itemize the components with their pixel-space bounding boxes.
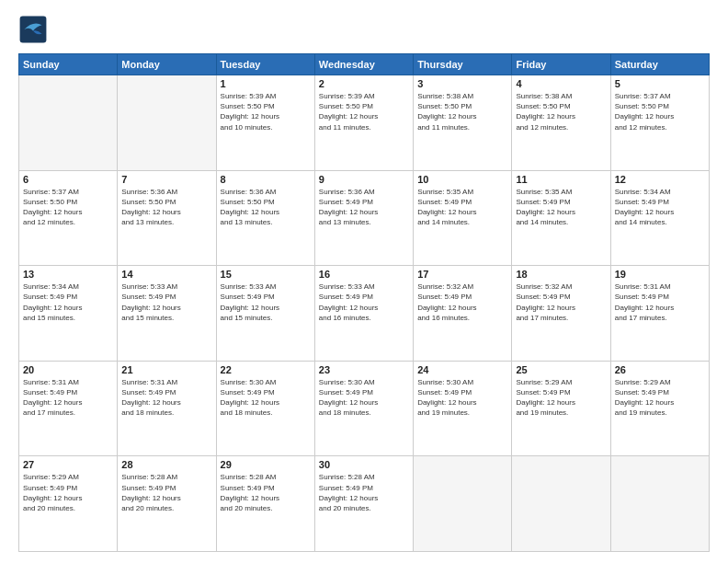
- weekday-header-monday: Monday: [118, 54, 216, 75]
- day-number: 5: [615, 78, 705, 89]
- day-number: 13: [23, 269, 113, 280]
- calendar-cell: 24Sunrise: 5:30 AM Sunset: 5:49 PM Dayli…: [414, 361, 512, 456]
- day-number: 4: [516, 78, 606, 89]
- weekday-header-thursday: Thursday: [414, 54, 512, 75]
- day-number: 21: [121, 364, 211, 375]
- day-info: Sunrise: 5:38 AM Sunset: 5:50 PM Dayligh…: [516, 91, 606, 132]
- day-info: Sunrise: 5:38 AM Sunset: 5:50 PM Dayligh…: [417, 91, 507, 132]
- calendar-cell: 7Sunrise: 5:36 AM Sunset: 5:50 PM Daylig…: [118, 170, 216, 266]
- day-info: Sunrise: 5:33 AM Sunset: 5:49 PM Dayligh…: [121, 282, 211, 323]
- day-number: 12: [615, 174, 705, 185]
- calendar-cell: 18Sunrise: 5:32 AM Sunset: 5:49 PM Dayli…: [512, 266, 610, 362]
- day-number: 22: [221, 364, 311, 375]
- day-number: 9: [319, 174, 409, 185]
- calendar-cell: 26Sunrise: 5:29 AM Sunset: 5:49 PM Dayli…: [610, 361, 709, 456]
- day-number: 15: [221, 269, 311, 280]
- day-info: Sunrise: 5:28 AM Sunset: 5:49 PM Dayligh…: [121, 472, 211, 513]
- calendar-cell: 2Sunrise: 5:39 AM Sunset: 5:50 PM Daylig…: [314, 75, 413, 171]
- day-number: 20: [23, 364, 113, 375]
- day-info: Sunrise: 5:34 AM Sunset: 5:49 PM Dayligh…: [615, 187, 705, 228]
- day-info: Sunrise: 5:28 AM Sunset: 5:49 PM Dayligh…: [221, 472, 311, 513]
- calendar-table: SundayMondayTuesdayWednesdayThursdayFrid…: [18, 53, 710, 552]
- weekday-header-wednesday: Wednesday: [314, 54, 413, 75]
- day-number: 6: [23, 174, 113, 185]
- day-number: 8: [221, 174, 311, 185]
- day-number: 16: [319, 269, 409, 280]
- calendar-cell: 25Sunrise: 5:29 AM Sunset: 5:49 PM Dayli…: [512, 361, 610, 456]
- page: SundayMondayTuesdayWednesdayThursdayFrid…: [0, 0, 728, 563]
- calendar-cell: [118, 75, 216, 171]
- day-info: Sunrise: 5:30 AM Sunset: 5:49 PM Dayligh…: [319, 377, 409, 419]
- day-info: Sunrise: 5:37 AM Sunset: 5:50 PM Dayligh…: [615, 91, 705, 132]
- calendar-header-row: SundayMondayTuesdayWednesdayThursdayFrid…: [19, 54, 710, 75]
- day-number: 24: [417, 364, 507, 375]
- calendar-cell: [19, 75, 118, 171]
- day-number: 11: [516, 174, 606, 185]
- day-info: Sunrise: 5:29 AM Sunset: 5:49 PM Dayligh…: [23, 472, 113, 513]
- day-number: 23: [319, 364, 409, 375]
- day-info: Sunrise: 5:37 AM Sunset: 5:50 PM Dayligh…: [23, 187, 113, 228]
- day-info: Sunrise: 5:36 AM Sunset: 5:49 PM Dayligh…: [319, 187, 409, 228]
- calendar-cell: 19Sunrise: 5:31 AM Sunset: 5:49 PM Dayli…: [610, 266, 709, 362]
- day-info: Sunrise: 5:35 AM Sunset: 5:49 PM Dayligh…: [417, 187, 507, 228]
- day-info: Sunrise: 5:33 AM Sunset: 5:49 PM Dayligh…: [221, 282, 311, 323]
- logo: [18, 15, 51, 44]
- weekday-header-tuesday: Tuesday: [216, 54, 314, 75]
- day-info: Sunrise: 5:31 AM Sunset: 5:49 PM Dayligh…: [121, 377, 211, 419]
- day-number: 1: [221, 78, 311, 89]
- calendar-cell: 5Sunrise: 5:37 AM Sunset: 5:50 PM Daylig…: [610, 75, 709, 171]
- day-number: 30: [319, 459, 409, 470]
- calendar-cell: 10Sunrise: 5:35 AM Sunset: 5:49 PM Dayli…: [414, 170, 512, 266]
- weekday-header-saturday: Saturday: [610, 54, 709, 75]
- day-info: Sunrise: 5:32 AM Sunset: 5:49 PM Dayligh…: [417, 282, 507, 323]
- logo-icon: [18, 15, 48, 44]
- day-info: Sunrise: 5:32 AM Sunset: 5:49 PM Dayligh…: [516, 282, 606, 323]
- calendar-cell: 21Sunrise: 5:31 AM Sunset: 5:49 PM Dayli…: [118, 361, 216, 456]
- calendar-cell: 6Sunrise: 5:37 AM Sunset: 5:50 PM Daylig…: [19, 170, 118, 266]
- day-info: Sunrise: 5:29 AM Sunset: 5:49 PM Dayligh…: [516, 377, 606, 419]
- calendar-week-row: 13Sunrise: 5:34 AM Sunset: 5:49 PM Dayli…: [19, 266, 710, 362]
- calendar-week-row: 20Sunrise: 5:31 AM Sunset: 5:49 PM Dayli…: [19, 361, 710, 456]
- day-number: 17: [417, 269, 507, 280]
- day-info: Sunrise: 5:36 AM Sunset: 5:50 PM Dayligh…: [221, 187, 311, 228]
- day-info: Sunrise: 5:33 AM Sunset: 5:49 PM Dayligh…: [319, 282, 409, 323]
- calendar-cell: 20Sunrise: 5:31 AM Sunset: 5:49 PM Dayli…: [19, 361, 118, 456]
- calendar-cell: 22Sunrise: 5:30 AM Sunset: 5:49 PM Dayli…: [216, 361, 314, 456]
- calendar-cell: 15Sunrise: 5:33 AM Sunset: 5:49 PM Dayli…: [216, 266, 314, 362]
- weekday-header-friday: Friday: [512, 54, 610, 75]
- day-number: 26: [615, 364, 705, 375]
- day-info: Sunrise: 5:31 AM Sunset: 5:49 PM Dayligh…: [23, 377, 113, 419]
- calendar-cell: 11Sunrise: 5:35 AM Sunset: 5:49 PM Dayli…: [512, 170, 610, 266]
- day-info: Sunrise: 5:31 AM Sunset: 5:49 PM Dayligh…: [615, 282, 705, 323]
- day-number: 29: [221, 459, 311, 470]
- calendar-cell: 8Sunrise: 5:36 AM Sunset: 5:50 PM Daylig…: [216, 170, 314, 266]
- calendar-cell: 16Sunrise: 5:33 AM Sunset: 5:49 PM Dayli…: [314, 266, 413, 362]
- day-number: 18: [516, 269, 606, 280]
- day-number: 14: [121, 269, 211, 280]
- calendar-cell: [512, 456, 610, 552]
- day-number: 25: [516, 364, 606, 375]
- day-number: 27: [23, 459, 113, 470]
- day-number: 2: [319, 78, 409, 89]
- day-info: Sunrise: 5:35 AM Sunset: 5:49 PM Dayligh…: [516, 187, 606, 228]
- day-info: Sunrise: 5:39 AM Sunset: 5:50 PM Dayligh…: [319, 91, 409, 132]
- weekday-header-sunday: Sunday: [19, 54, 118, 75]
- calendar-cell: 12Sunrise: 5:34 AM Sunset: 5:49 PM Dayli…: [610, 170, 709, 266]
- calendar-cell: 9Sunrise: 5:36 AM Sunset: 5:49 PM Daylig…: [314, 170, 413, 266]
- calendar-cell: 13Sunrise: 5:34 AM Sunset: 5:49 PM Dayli…: [19, 266, 118, 362]
- calendar-cell: [414, 456, 512, 552]
- day-info: Sunrise: 5:28 AM Sunset: 5:49 PM Dayligh…: [319, 472, 409, 513]
- day-info: Sunrise: 5:36 AM Sunset: 5:50 PM Dayligh…: [121, 187, 211, 228]
- day-info: Sunrise: 5:30 AM Sunset: 5:49 PM Dayligh…: [417, 377, 507, 419]
- day-number: 3: [417, 78, 507, 89]
- calendar-cell: 1Sunrise: 5:39 AM Sunset: 5:50 PM Daylig…: [216, 75, 314, 171]
- day-number: 7: [121, 174, 211, 185]
- calendar-cell: [610, 456, 709, 552]
- calendar-cell: 27Sunrise: 5:29 AM Sunset: 5:49 PM Dayli…: [19, 456, 118, 552]
- calendar-cell: 4Sunrise: 5:38 AM Sunset: 5:50 PM Daylig…: [512, 75, 610, 171]
- day-info: Sunrise: 5:30 AM Sunset: 5:49 PM Dayligh…: [221, 377, 311, 419]
- calendar-cell: 29Sunrise: 5:28 AM Sunset: 5:49 PM Dayli…: [216, 456, 314, 552]
- calendar-cell: 30Sunrise: 5:28 AM Sunset: 5:49 PM Dayli…: [314, 456, 413, 552]
- day-info: Sunrise: 5:34 AM Sunset: 5:49 PM Dayligh…: [23, 282, 113, 323]
- calendar-cell: 14Sunrise: 5:33 AM Sunset: 5:49 PM Dayli…: [118, 266, 216, 362]
